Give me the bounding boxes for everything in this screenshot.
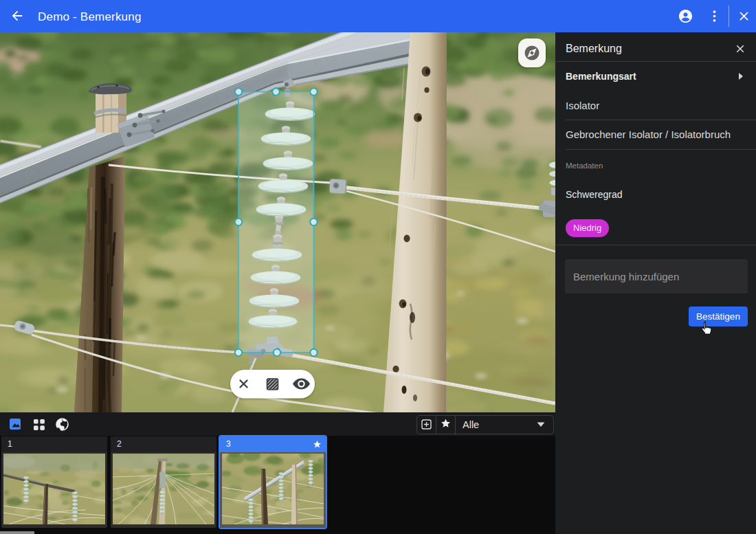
svg-text:Alle: Alle	[463, 419, 479, 430]
